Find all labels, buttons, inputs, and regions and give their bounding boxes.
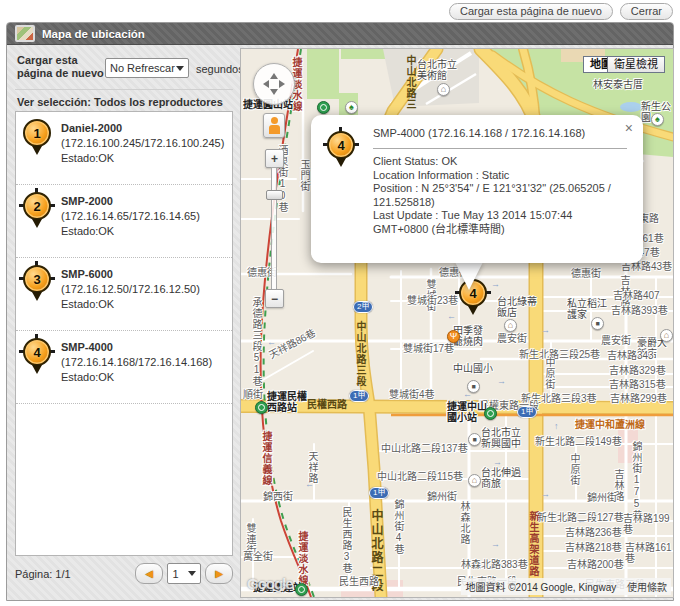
map-label: 中山北路二段137巷 <box>381 443 468 454</box>
map-label: → <box>491 539 500 550</box>
map-label: 中山北路二段115巷 <box>377 471 463 482</box>
map-label: ← <box>305 479 314 490</box>
info-window-tail <box>455 262 483 290</box>
device-list-item[interactable]: 4SMP-4000(172.16.14.168/172.16.14.168)Es… <box>16 331 232 404</box>
page-select[interactable]: 1 <box>167 563 201 584</box>
hotel-icon: ⌂ <box>468 474 481 487</box>
info-window-line: Location Information : Static <box>373 169 629 183</box>
map-label: → <box>491 279 500 290</box>
zoom-slider-handle[interactable] <box>266 190 283 200</box>
map-label: ← <box>581 351 590 362</box>
map-label: 吉林路393巷 <box>611 305 668 316</box>
divider <box>15 89 233 90</box>
dialog-title: Mapa de ubicación <box>42 28 145 40</box>
divider <box>373 148 627 149</box>
device-marker-icon: 4 <box>23 338 51 375</box>
refresh-interval-select[interactable]: No Refrescar <box>105 58 189 78</box>
map-canvas[interactable]: 捷運淡水線捷運圓山站玉門街酒泉街10巷中山北路三台北市立 美術館林安泰古厝新生公… <box>241 49 673 597</box>
map-label: 玉門街 <box>299 159 310 192</box>
reload-page-button[interactable]: Cargar esta página de nuevo <box>449 3 613 20</box>
map-label: 中山北路三段 <box>355 321 366 387</box>
pan-down-icon[interactable] <box>270 89 278 99</box>
metro-icon <box>255 401 268 414</box>
map-label: 捷運中山 國小站 <box>447 401 487 423</box>
museum-icon: ⌂ <box>437 83 450 96</box>
road-shield: 1甲 <box>349 390 369 402</box>
map-label: 台北伸過 商旅 <box>481 467 521 489</box>
selection-label: Ver selección: Todos los reproductores <box>17 96 223 108</box>
page-label: Página: 1/1 <box>15 568 131 580</box>
device-list-item[interactable]: 2SMP-2000(172.16.14.65/172.16.14.65)Esta… <box>16 185 232 258</box>
close-icon[interactable]: × <box>625 121 633 135</box>
map-label: 中原街 <box>544 357 555 390</box>
map-label: ← <box>577 515 586 526</box>
park-icon: ♠ <box>651 113 664 126</box>
device-list: 1Daniel-2000(172.16.100.245/172.16.100.2… <box>15 111 233 556</box>
device-status: Estado:OK <box>61 151 224 166</box>
map-label: → <box>497 376 506 387</box>
map-label: 錦西街 <box>263 491 293 502</box>
device-name: Daniel-2000 <box>61 121 224 136</box>
map-label: 捷運信義線 <box>261 431 272 486</box>
info-window-marker-icon: 4 <box>327 131 355 168</box>
map-label: 台北綠蒂 飯店 <box>497 296 537 318</box>
map-label: 吉林路329巷 <box>609 365 666 376</box>
device-marker-icon: 2 <box>23 192 51 229</box>
school-icon: ■ <box>468 433 481 446</box>
map-label: 吉林路407 <box>613 290 660 301</box>
map-label: 吉林路200巷 <box>567 559 624 570</box>
metro-icon <box>317 101 330 114</box>
device-marker-icon: 3 <box>23 265 51 302</box>
map-label: 雙城街4巷 <box>389 389 435 400</box>
device-ip: (172.16.100.245/172.16.100.245) <box>61 136 224 151</box>
map-label: 農安街 <box>601 335 631 346</box>
location-map-dialog: Mapa de ubicación Cargar esta página de … <box>6 22 674 601</box>
pegman-control[interactable] <box>263 113 285 138</box>
device-list-item[interactable]: 1Daniel-2000(172.16.100.245/172.16.100.2… <box>16 112 232 185</box>
device-status: Estado:OK <box>61 297 200 312</box>
close-page-button[interactable]: Cerrar <box>620 3 673 20</box>
map-label: 捷運淡水線 <box>297 531 308 586</box>
next-page-button[interactable]: ▶ <box>205 563 233 584</box>
hotel-icon: ⌂ <box>660 329 673 342</box>
map-label: 雙城街23巷 <box>407 295 458 306</box>
map-label: 錦州街175巷 <box>631 441 642 521</box>
map-label: 林安泰古厝 <box>593 79 643 90</box>
device-ip: (172.16.12.50/172.16.12.50) <box>61 282 200 297</box>
device-status: Estado:OK <box>61 370 212 385</box>
chevron-down-icon <box>176 66 184 75</box>
map-label: 吉林路343 <box>607 350 654 361</box>
map-pan-control[interactable] <box>253 63 295 105</box>
map-label: 吉林路299巷 <box>610 393 667 404</box>
map-label: 錦州街 <box>587 492 617 503</box>
device-name: SMP-4000 <box>61 340 212 355</box>
restaurant-icon: Ψ <box>447 330 460 343</box>
device-name: SMP-2000 <box>61 194 200 209</box>
prev-page-button[interactable]: ◀ <box>135 563 163 584</box>
map-label: 吉林路236巷 <box>565 527 622 538</box>
zoom-out-button[interactable]: − <box>265 289 284 308</box>
pan-right-icon[interactable] <box>279 80 289 88</box>
map-label: 民生西路 <box>339 576 379 587</box>
page-select-value: 1 <box>172 568 178 580</box>
pagination: Página: 1/1 ◀ 1 ▶ <box>15 563 233 584</box>
map-label: 吉林路199巷 <box>623 513 673 535</box>
map-label: 台北市立 新興國中 <box>481 427 521 449</box>
map-label: → <box>541 325 550 336</box>
map-type-satellite-button[interactable]: 衛星檢視 <box>607 56 665 73</box>
info-window-lines: Client Status: OKLocation Information : … <box>373 155 629 236</box>
terms-link[interactable]: 使用條款 <box>627 582 667 593</box>
map-label: → <box>493 457 502 468</box>
pan-up-icon[interactable] <box>270 69 278 79</box>
pan-left-icon[interactable] <box>259 80 269 88</box>
map-label: 新生北路二段149巷 <box>535 436 622 447</box>
refresh-label: Cargar esta página de nuevo <box>17 54 109 80</box>
map-label: 中原街 <box>569 453 580 486</box>
device-list-item[interactable]: 3SMP-6000(172.16.12.50/172.16.12.50)Esta… <box>16 258 232 331</box>
zoom-in-button[interactable]: + <box>265 149 284 168</box>
school-icon: ■ <box>467 380 480 393</box>
zoom-slider-track[interactable] <box>271 167 277 290</box>
pegman-icon <box>271 117 278 124</box>
map-attribution: 地圖資料 ©2014 Google, Kingway 使用條款 <box>461 578 671 595</box>
google-logo: Google <box>247 575 293 592</box>
